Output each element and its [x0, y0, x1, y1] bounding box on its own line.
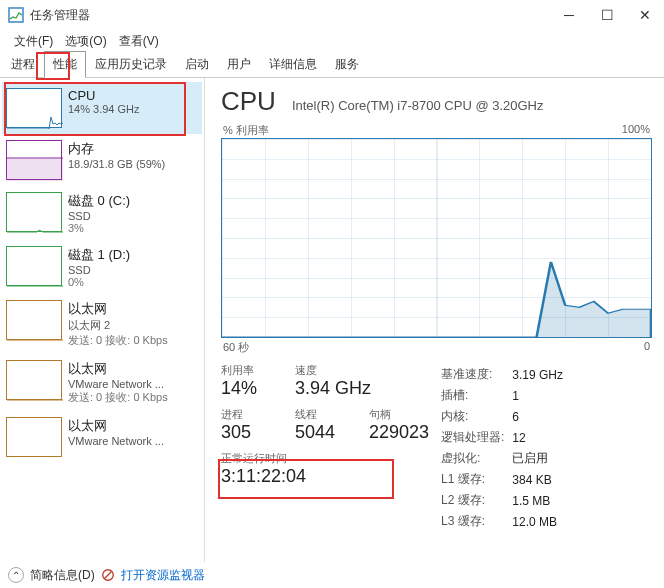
- label-threads: 线程: [295, 407, 351, 422]
- tab-app-history[interactable]: 应用历史记录: [86, 51, 176, 77]
- maximize-button[interactable]: ☐: [588, 0, 626, 30]
- value-virtualization: 已启用: [512, 449, 569, 468]
- menu-file[interactable]: 文件(F): [8, 31, 59, 52]
- app-icon: [8, 7, 24, 23]
- sidebar-disk0-name: 磁盘 0 (C:): [68, 192, 130, 210]
- tab-services[interactable]: 服务: [326, 51, 368, 77]
- value-sockets: 1: [512, 386, 569, 405]
- resmon-icon: [101, 568, 115, 582]
- chart-label-bl: 60 秒: [223, 340, 249, 355]
- label-base-speed: 基准速度:: [441, 365, 510, 384]
- value-threads: 5044: [295, 422, 351, 443]
- svg-line-7: [104, 572, 111, 579]
- window-title: 任务管理器: [30, 7, 550, 24]
- sidebar: CPU 14% 3.94 GHz 内存 18.9/31.8 GB (59%) 磁…: [0, 78, 205, 562]
- menu-bar: 文件(F) 选项(O) 查看(V): [0, 30, 664, 52]
- open-resource-monitor-link[interactable]: 打开资源监视器: [121, 567, 205, 584]
- status-bar: ⌃ 简略信息(D) 打开资源监视器: [0, 562, 664, 588]
- sidebar-item-eth2[interactable]: 以太网 VMware Network ... 发送: 0 接收: 0 Kbps: [2, 354, 202, 411]
- value-l2: 1.5 MB: [512, 491, 569, 510]
- sidebar-disk1-sub: SSD: [68, 264, 130, 276]
- close-button[interactable]: ✕: [626, 0, 664, 30]
- value-l1: 384 KB: [512, 470, 569, 489]
- tab-bar: 进程 性能 应用历史记录 启动 用户 详细信息 服务: [0, 52, 664, 78]
- value-lprocs: 12: [512, 428, 569, 447]
- label-l3: L3 缓存:: [441, 512, 510, 531]
- sidebar-cpu-name: CPU: [68, 88, 140, 103]
- label-uptime: 正常运行时间: [221, 451, 421, 466]
- value-l3: 12.0 MB: [512, 512, 569, 531]
- eth3-thumb-chart: [6, 417, 62, 457]
- sidebar-item-disk0[interactable]: 磁盘 0 (C:) SSD 3%: [2, 186, 202, 240]
- menu-options[interactable]: 选项(O): [59, 31, 112, 52]
- eth1-thumb-chart: [6, 300, 62, 340]
- disk1-thumb-chart: [6, 246, 62, 286]
- label-cores: 内核:: [441, 407, 510, 426]
- title-bar: 任务管理器 ─ ☐ ✕: [0, 0, 664, 30]
- chart-label-tl: % 利用率: [223, 123, 269, 138]
- value-uptime: 3:11:22:04: [221, 466, 421, 487]
- chart-label-br: 0: [644, 340, 650, 355]
- sidebar-eth1-name: 以太网: [68, 300, 168, 318]
- sidebar-mem-name: 内存: [68, 140, 165, 158]
- tab-details[interactable]: 详细信息: [260, 51, 326, 77]
- label-handles: 句柄: [369, 407, 425, 422]
- sidebar-disk1-sub2: 0%: [68, 276, 130, 288]
- disk0-thumb-chart: [6, 192, 62, 232]
- tab-startup[interactable]: 启动: [176, 51, 218, 77]
- label-virtualization: 虚拟化:: [441, 449, 510, 468]
- svg-rect-1: [7, 158, 63, 181]
- sidebar-eth1-sub: 以太网 2: [68, 318, 168, 333]
- tab-processes[interactable]: 进程: [2, 51, 44, 77]
- sidebar-eth1-sub2: 发送: 0 接收: 0 Kbps: [68, 333, 168, 348]
- sidebar-eth3-name: 以太网: [68, 417, 164, 435]
- sidebar-mem-sub: 18.9/31.8 GB (59%): [68, 158, 165, 170]
- value-speed: 3.94 GHz: [295, 378, 371, 399]
- sidebar-disk0-sub: SSD: [68, 210, 130, 222]
- stats-right: 基准速度:3.19 GHz 插槽:1 内核:6 逻辑处理器:12 虚拟化:已启用…: [439, 363, 571, 533]
- label-sockets: 插槽:: [441, 386, 510, 405]
- sidebar-item-memory[interactable]: 内存 18.9/31.8 GB (59%): [2, 134, 202, 186]
- sidebar-disk1-name: 磁盘 1 (D:): [68, 246, 130, 264]
- sidebar-eth2-sub: VMware Network ...: [68, 378, 168, 390]
- memory-thumb-chart: [6, 140, 62, 180]
- content-body: CPU 14% 3.94 GHz 内存 18.9/31.8 GB (59%) 磁…: [0, 78, 664, 562]
- brief-info-link[interactable]: 简略信息(D): [30, 567, 95, 584]
- eth2-thumb-chart: [6, 360, 62, 400]
- label-utilization: 利用率: [221, 363, 277, 378]
- menu-view[interactable]: 查看(V): [113, 31, 165, 52]
- sidebar-item-cpu[interactable]: CPU 14% 3.94 GHz: [2, 82, 202, 134]
- label-processes: 进程: [221, 407, 277, 422]
- sidebar-eth2-sub2: 发送: 0 接收: 0 Kbps: [68, 390, 168, 405]
- sidebar-eth2-name: 以太网: [68, 360, 168, 378]
- cpu-utilization-chart[interactable]: [221, 138, 652, 338]
- sidebar-item-eth1[interactable]: 以太网 以太网 2 发送: 0 接收: 0 Kbps: [2, 294, 202, 354]
- sidebar-item-eth3[interactable]: 以太网 VMware Network ...: [2, 411, 202, 463]
- chart-label-tr: 100%: [622, 123, 650, 138]
- minimize-button[interactable]: ─: [550, 0, 588, 30]
- sidebar-eth3-sub: VMware Network ...: [68, 435, 164, 447]
- value-processes: 305: [221, 422, 277, 443]
- label-l2: L2 缓存:: [441, 491, 510, 510]
- value-utilization: 14%: [221, 378, 277, 399]
- sidebar-item-disk1[interactable]: 磁盘 1 (D:) SSD 0%: [2, 240, 202, 294]
- detail-pane: CPU Intel(R) Core(TM) i7-8700 CPU @ 3.20…: [205, 78, 664, 562]
- sidebar-cpu-sub: 14% 3.94 GHz: [68, 103, 140, 115]
- tab-performance[interactable]: 性能: [44, 51, 86, 78]
- label-speed: 速度: [295, 363, 371, 378]
- stats-left: 利用率 14% 速度 3.94 GHz 进程 305 线程 50: [221, 363, 421, 533]
- cpu-thumb-chart: [6, 88, 62, 128]
- value-base-speed: 3.19 GHz: [512, 365, 569, 384]
- label-l1: L1 缓存:: [441, 470, 510, 489]
- value-handles: 229023: [369, 422, 425, 443]
- value-cores: 6: [512, 407, 569, 426]
- chevron-up-icon[interactable]: ⌃: [8, 567, 24, 583]
- detail-title: CPU: [221, 86, 276, 117]
- tab-users[interactable]: 用户: [218, 51, 260, 77]
- sidebar-disk0-sub2: 3%: [68, 222, 130, 234]
- label-lprocs: 逻辑处理器:: [441, 428, 510, 447]
- detail-model: Intel(R) Core(TM) i7-8700 CPU @ 3.20GHz: [292, 98, 652, 113]
